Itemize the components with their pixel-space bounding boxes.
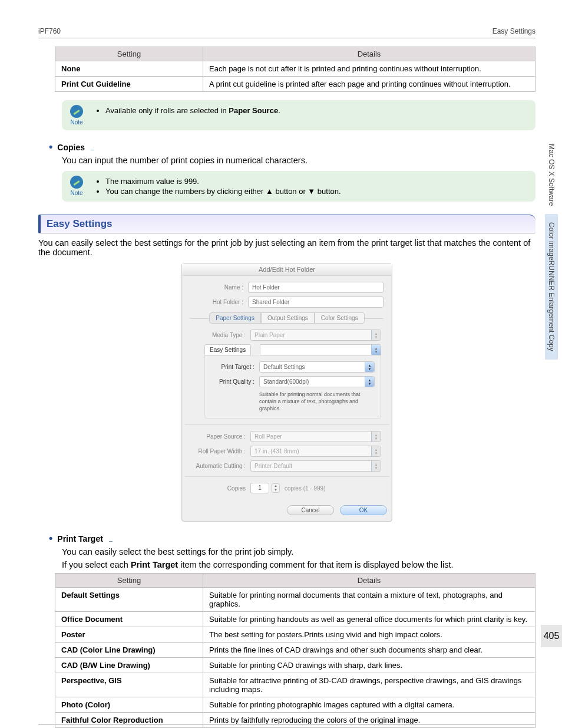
media-type-select[interactable]: Plain Paper ▲▼ xyxy=(250,330,381,341)
table-row: CAD (B/W Line Drawing)Suitable for print… xyxy=(55,658,535,673)
ok-button[interactable]: OK xyxy=(340,505,387,515)
hotfolder-label: Hot Folder : xyxy=(190,299,243,305)
media-type-label: Media Type : xyxy=(193,332,246,338)
chevron-updown-icon: ▲▼ xyxy=(371,431,381,442)
tab-color-settings[interactable]: Color Settings xyxy=(315,312,365,324)
easy-settings-subtab[interactable]: Easy Settings xyxy=(204,344,251,355)
setting-name: CAD (Color Line Drawing) xyxy=(55,643,203,658)
auto-cutting-label: Automatic Cutting : xyxy=(193,463,246,469)
setting-name: Poster xyxy=(55,627,203,643)
name-label: Name : xyxy=(190,284,243,291)
header-model: iPF760 xyxy=(38,27,61,35)
page-number: 405 xyxy=(541,625,562,647)
setting-detail: Suitable for printing normal documents t… xyxy=(203,588,535,612)
chevron-updown-icon: ▲▼ xyxy=(371,330,381,340)
setting-detail: Suitable for printing CAD drawings with … xyxy=(203,658,535,673)
note-body: Available only if rolls are selected in … xyxy=(95,105,280,116)
table-row: Default SettingsSuitable for printing no… xyxy=(55,588,535,612)
table-head-details: Details xyxy=(203,47,535,61)
side-topic-1: Mac OS X Software xyxy=(545,136,558,214)
note-item: The maximum value is 999. xyxy=(105,177,341,186)
side-topic-tab: Mac OS X Software Color imageRUNNER Enla… xyxy=(541,136,562,430)
tab-output-settings[interactable]: Output Settings xyxy=(261,312,315,324)
table-row: CAD (Color Line Drawing)Prints the fine … xyxy=(55,643,535,658)
dialog-title: Add/Edit Hot Folder xyxy=(182,263,392,276)
setting-detail: Suitable for attractive printing of 3D-C… xyxy=(203,673,535,697)
table-head-setting: Setting xyxy=(55,47,203,61)
table-row: PosterThe best setting for posters.Print… xyxy=(55,627,535,643)
print-target-heading: Print Target xyxy=(38,532,535,545)
note-icon: Note xyxy=(67,176,87,196)
setting-name: Photo (Color) xyxy=(55,697,203,713)
print-target-table: Setting Details Default SettingsSuitable… xyxy=(55,573,535,728)
pencil-icon xyxy=(70,176,83,189)
auto-cutting-select[interactable]: Printer Default ▲▼ xyxy=(250,460,381,472)
print-quality-select[interactable]: Standard(600dpi) ▲▼ xyxy=(259,376,375,387)
cutting-settings-table: Setting Details None Each page is not cu… xyxy=(55,47,535,92)
chevron-updown-icon[interactable]: ▲▼ xyxy=(371,345,381,355)
copies-stepper[interactable]: ▲▼ xyxy=(272,483,280,493)
print-target-select[interactable]: Default Settings ▲▼ xyxy=(259,361,375,373)
print-target-body2: If you select each Print Target item the… xyxy=(62,560,535,569)
setting-detail: Prints the fine lines of CAD drawings an… xyxy=(203,643,535,658)
pencil-icon xyxy=(70,105,83,118)
copies-hint: copies (1 - 999) xyxy=(285,485,325,492)
hot-folder-dialog: Add/Edit Hot Folder Name : Hot Folder : … xyxy=(181,263,392,522)
page-footer: User's Guide xyxy=(38,724,535,728)
table-row: Perspective, GISSuitable for attractive … xyxy=(55,673,535,697)
hotfolder-input[interactable] xyxy=(248,297,384,308)
setting-detail: A print cut guideline is printed after e… xyxy=(203,77,535,92)
chevron-updown-icon: ▲▼ xyxy=(371,461,381,471)
print-target-label: Print Target : xyxy=(211,364,254,370)
note-paper-source: Note Available only if rolls are selecte… xyxy=(62,100,535,130)
table-row: Photo (Color)Suitable for printing photo… xyxy=(55,697,535,713)
easy-settings-body: You can easily select the best settings … xyxy=(38,238,535,257)
setting-name: Print Cut Guideline xyxy=(55,77,203,92)
chevron-updown-icon: ▲▼ xyxy=(365,362,374,372)
header-topic: Easy Settings xyxy=(492,27,535,35)
print-quality-label: Print Quality : xyxy=(211,378,254,385)
table-head-details: Details xyxy=(203,574,535,588)
copies-heading: Copies xyxy=(38,141,535,153)
note-icon: Note xyxy=(67,105,87,126)
paper-source-select[interactable]: Roll Paper ▲▼ xyxy=(250,431,381,442)
copies-body: You can input the number of print copies… xyxy=(62,156,535,165)
setting-name: Office Document xyxy=(55,612,203,627)
setting-detail: Suitable for printing handouts as well a… xyxy=(203,612,535,627)
tab-paper-settings[interactable]: Paper Settings xyxy=(209,312,261,324)
note-body: The maximum value is 999. You can change… xyxy=(95,176,341,197)
chevron-updown-icon: ▲▼ xyxy=(365,377,374,387)
note-item: You can change the numbers by clicking e… xyxy=(105,187,341,196)
side-topic-2: Color imageRUNNER Enlargement Copy xyxy=(545,214,558,360)
copies-input[interactable]: 1 xyxy=(250,483,269,493)
note-label: Note xyxy=(70,119,82,126)
chevron-updown-icon: ▲▼ xyxy=(371,446,381,456)
note-copies: Note The maximum value is 999. You can c… xyxy=(62,171,535,202)
roll-width-label: Roll Paper Width : xyxy=(193,448,246,454)
page-header: iPF760 Easy Settings xyxy=(38,27,535,38)
roll-width-select[interactable]: 17 in. (431.8mm) ▲▼ xyxy=(250,446,381,457)
table-head-setting: Setting xyxy=(55,574,203,588)
note-label: Note xyxy=(70,190,82,196)
setting-detail: The best setting for posters.Prints usin… xyxy=(203,627,535,643)
setting-name: Default Settings xyxy=(55,588,203,612)
setting-detail: Suitable for printing photographic image… xyxy=(203,697,535,713)
settings-tabs: Paper Settings Output Settings Color Set… xyxy=(190,312,384,324)
table-row: Office DocumentSuitable for printing han… xyxy=(55,612,535,627)
easy-settings-title: Easy Settings xyxy=(38,215,535,233)
cancel-button[interactable]: Cancel xyxy=(287,505,334,515)
copies-label: Copies xyxy=(193,485,246,492)
name-input[interactable] xyxy=(248,282,384,293)
paper-source-label: Paper Source : xyxy=(193,433,246,440)
table-row: Print Cut Guideline A print cut guidelin… xyxy=(55,77,535,92)
setting-name: None xyxy=(55,61,203,77)
note-item: Available only if rolls are selected in … xyxy=(105,106,280,115)
table-row: None Each page is not cut after it is pr… xyxy=(55,61,535,77)
setting-name: CAD (B/W Line Drawing) xyxy=(55,658,203,673)
setting-name: Perspective, GIS xyxy=(55,673,203,697)
setting-detail: Each page is not cut after it is printed… xyxy=(203,61,535,77)
print-target-body1: You can easily select the best settings … xyxy=(62,547,535,556)
quality-description: Suitable for printing normal documents t… xyxy=(259,391,375,412)
